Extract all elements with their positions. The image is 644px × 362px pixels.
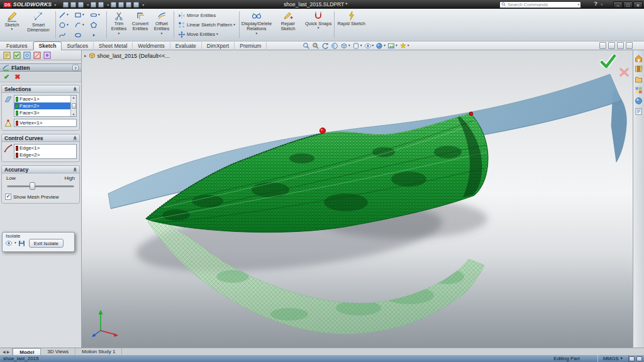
tab-weldments[interactable]: Weldments [133,42,170,50]
sketch-button[interactable]: Sketch ▾ [1,9,23,40]
save-icon[interactable] [78,2,84,8]
line-dropdown-icon[interactable]: ▾ [67,13,69,17]
options-icon[interactable] [133,2,139,8]
tree-expand-icon[interactable]: ▸ [84,53,87,58]
exit-isolate-button[interactable]: Exit Isolate [29,239,64,248]
hide-show-items-button[interactable]: ▾ [364,42,375,50]
status-tag-icon[interactable] [629,356,635,361]
arc-dropdown-icon[interactable]: ▾ [82,23,84,27]
tab-premium[interactable]: Premium [235,42,267,50]
section-view-button[interactable] [330,42,339,50]
view-orientation-button[interactable]: ▾ [340,42,351,50]
status-panel-icon[interactable] [636,356,642,361]
feature-manager-tab-icon[interactable] [3,52,11,59]
mesh-preview-checkbox[interactable]: ✔ [5,194,11,200]
split-viewport-icon[interactable] [608,42,615,49]
appearances-scenes-icon[interactable] [635,97,643,105]
tab-surfaces[interactable]: Surfaces [62,42,94,50]
edge-list-item[interactable]: Edge<1> [14,145,76,151]
collapse-group-icon[interactable]: ≪ [72,167,77,172]
repair-sketch-button[interactable]: Repair Sketch [272,9,304,40]
zoom-fit-button[interactable] [302,42,311,50]
display-manager-tab-icon[interactable] [43,52,51,59]
open-document-icon[interactable] [70,2,76,8]
convert-entities-button[interactable]: Convert Entities [130,9,151,40]
tab-scroll-left-icon[interactable]: ◀ [3,349,6,354]
view-settings-button[interactable]: ▾ [399,42,410,50]
fullscreen-icon[interactable] [626,42,633,49]
graphics-area[interactable]: ▸ shoe_last_2015 (Default<<... [82,50,633,348]
slot-dropdown-icon[interactable]: ▾ [98,13,100,17]
isolate-dropdown-icon[interactable]: ▾ [14,241,16,245]
property-manager-tab-icon[interactable] [13,52,21,59]
collapse-group-icon[interactable]: ≪ [72,136,77,140]
close-button[interactable]: ✕ [633,1,643,8]
sketch-dropdown-icon[interactable]: ▾ [11,28,13,31]
circle-tool-button[interactable]: ▾ [58,20,73,30]
print-icon[interactable] [91,2,96,8]
tab-features[interactable]: Features [1,42,33,50]
faces-listbox[interactable]: Face<1> Face<2> Face<3> ▲ ▼ [14,95,77,117]
scroll-up-icon[interactable]: ▲ [72,96,75,99]
confirm-cancel-icon[interactable] [619,67,630,77]
help-icon[interactable]: ? [594,1,598,7]
accuracy-slider[interactable] [7,182,74,191]
view-palette-icon[interactable] [635,86,643,94]
trim-entities-button[interactable]: Trim Entities ▾ [108,9,130,40]
smart-dimension-button[interactable]: Smart Dimension [23,9,54,40]
help-dropdown-icon[interactable]: ▾ [601,3,602,6]
rectangle-tool-button[interactable]: ▾ [74,10,89,20]
scroll-down-icon[interactable]: ▼ [72,112,75,116]
apply-scene-button[interactable]: ▾ [387,42,398,50]
four-viewport-icon[interactable] [617,42,624,49]
resources-home-icon[interactable] [635,54,643,62]
scrollbar-thumb[interactable] [72,103,76,109]
save-dropdown-icon[interactable]: ▾ [87,3,89,7]
tab-evaluate[interactable]: Evaluate [170,42,202,50]
select-icon[interactable] [111,2,116,8]
file-explorer-icon[interactable] [635,75,643,84]
tab-3d-views[interactable]: 3D Views [41,348,75,355]
zoom-area-button[interactable] [311,42,320,50]
trim-dropdown-icon[interactable]: ▾ [118,32,120,36]
new-document-icon[interactable] [63,2,69,8]
tab-scroll-right-icon[interactable]: ▶ [7,349,10,354]
vertex-box[interactable]: Vertex<1> [14,119,77,127]
edit-appearance-button[interactable]: ▾ [375,42,386,50]
slider-thumb[interactable] [30,182,35,190]
single-viewport-icon[interactable] [599,42,606,49]
pm-cancel-button[interactable]: ✖ [14,73,20,81]
rectangle-dropdown-icon[interactable]: ▾ [82,13,84,17]
listbox-scrollbar[interactable]: ▲ ▼ [70,96,76,116]
slider-track[interactable] [7,185,74,187]
display-delete-dropdown-icon[interactable]: ▾ [256,32,258,36]
collapse-group-icon[interactable]: ≪ [72,87,77,91]
circle-dropdown-icon[interactable]: ▾ [67,23,69,27]
options-dropdown-icon[interactable]: ▾ [142,3,144,7]
offset-entities-button[interactable]: Offset Entities ▾ [151,9,172,40]
view-orientation-dropdown-icon[interactable]: ▾ [348,44,350,48]
polygon-tool-button[interactable] [89,20,104,30]
pm-ok-button[interactable]: ✔ [4,73,9,81]
minimize-button[interactable]: – [613,1,623,8]
menu-chevron-icon[interactable]: ▾ [54,3,56,7]
view-settings-dropdown-icon[interactable]: ▾ [408,44,409,48]
face-list-item[interactable]: Face<1> [14,96,76,102]
spline-tool-button[interactable] [58,30,73,40]
display-style-button[interactable]: ▾ [352,42,363,50]
linear-pattern-dropdown-icon[interactable]: ▾ [233,23,235,27]
ellipse-tool-button[interactable] [74,30,89,40]
dimxpert-manager-tab-icon[interactable] [33,52,41,59]
move-entities-button[interactable]: Move Entities ▾ [177,30,236,39]
tab-model[interactable]: Model [13,348,41,355]
face-list-item-selected[interactable]: Face<2> [14,102,76,109]
accuracy-group-header[interactable]: Accuracy ≪ [2,166,79,173]
tab-motion-study[interactable]: Motion Study 1 [75,348,122,355]
scene-dropdown-icon[interactable]: ▾ [396,44,397,48]
pm-help-button[interactable]: ? [72,65,79,71]
edge-list-item[interactable]: Edge<2> [14,151,76,158]
rebuild-icon[interactable] [118,2,124,8]
units-dropdown-icon[interactable]: ▼ [620,357,623,361]
feature-tree-flyout[interactable]: ▸ shoe_last_2015 (Default<<... [84,52,170,59]
face-list-item[interactable]: Face<3> [14,109,76,116]
